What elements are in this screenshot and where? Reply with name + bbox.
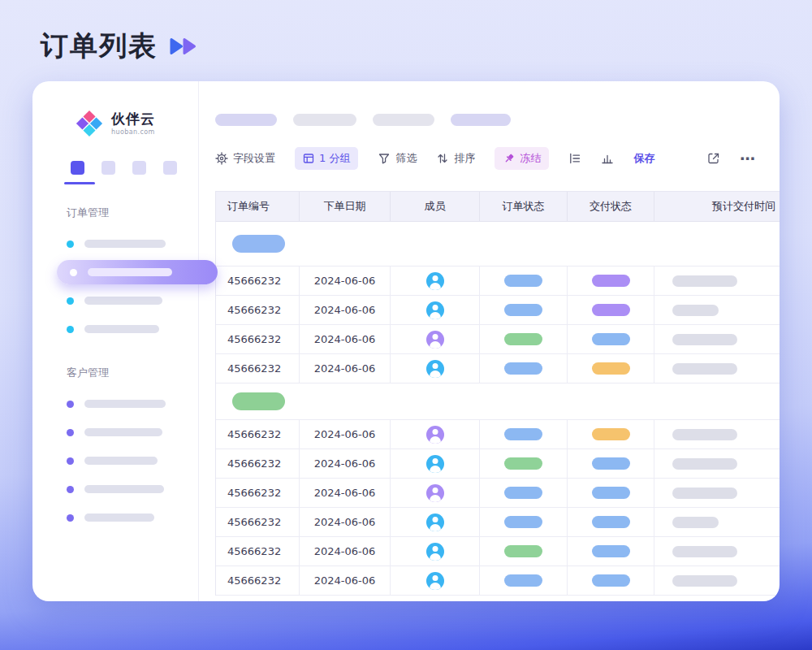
logo-text: 伙伴云 huoban.com: [111, 111, 155, 136]
cell-delivery-status: [568, 296, 654, 324]
cell-order-no: 45666232: [216, 325, 300, 353]
order-table: 订单编号 下单日期 成员 订单状态 交付状态 预计交付时间 45666232 2…: [215, 191, 780, 596]
chart-view-button[interactable]: [601, 152, 614, 165]
freeze-button[interactable]: 冻结: [495, 147, 549, 170]
table-row[interactable]: 45666232 2024-06-06: [216, 479, 780, 508]
cell-member: [391, 508, 480, 536]
column-header-eta[interactable]: 预计交付时间: [654, 192, 780, 221]
cell-member: [391, 479, 480, 507]
sidebar-item[interactable]: [67, 317, 198, 341]
cell-eta: [654, 296, 780, 324]
cell-order-date: 2024-06-06: [300, 479, 391, 507]
sort-button[interactable]: 排序: [436, 151, 475, 166]
table-row[interactable]: 45666232 2024-06-06: [216, 325, 780, 354]
delivery-status-pill: [592, 362, 630, 375]
freeze-label: 冻结: [520, 151, 541, 166]
table-row[interactable]: 45666232 2024-06-06: [216, 508, 780, 537]
table-row[interactable]: 45666232 2024-06-06: [216, 296, 780, 325]
cell-order-date: 2024-06-06: [300, 325, 391, 353]
group-header-row[interactable]: [216, 384, 780, 420]
table-row[interactable]: 45666232 2024-06-06: [216, 566, 780, 596]
filter-button[interactable]: 筛选: [378, 151, 417, 166]
sidebar-tab-2[interactable]: [102, 161, 115, 175]
group-pill[interactable]: [232, 235, 285, 253]
field-settings-button[interactable]: 字段设置: [215, 151, 275, 166]
cell-delivery-status: [568, 566, 654, 595]
column-header-delivery-status[interactable]: 交付状态: [568, 192, 654, 221]
cell-order-date: 2024-06-06: [300, 266, 391, 295]
cell-delivery-status: [568, 508, 654, 536]
cell-delivery-status: [568, 354, 654, 383]
fast-forward-icon: [168, 36, 197, 57]
bullet-dot-icon: [70, 269, 77, 276]
table-row[interactable]: 45666232 2024-06-06: [216, 449, 780, 479]
cell-order-no: 45666232: [216, 354, 300, 383]
member-avatar: [426, 543, 444, 561]
list-icon: [568, 152, 581, 165]
table-row[interactable]: 45666232 2024-06-06: [216, 354, 780, 384]
breadcrumb-placeholder: [451, 114, 511, 126]
delivery-status-pill: [592, 516, 630, 528]
sidebar-item[interactable]: [67, 448, 198, 473]
delivery-status-pill: [592, 487, 630, 499]
eta-placeholder-pill: [672, 275, 737, 287]
cell-order-status: [480, 354, 568, 383]
group-header-row[interactable]: [216, 222, 780, 266]
sidebar-item-placeholder: [84, 514, 154, 522]
cell-eta: [654, 420, 780, 448]
table-row[interactable]: 45666232 2024-06-06: [216, 420, 780, 449]
eta-placeholder-pill: [672, 517, 719, 528]
group-pill[interactable]: [232, 392, 285, 410]
filter-funnel-icon: [378, 152, 391, 165]
sidebar-tab-1[interactable]: [71, 161, 84, 175]
column-header-member[interactable]: 成员: [391, 192, 480, 221]
group-label: 1 分组: [319, 151, 350, 166]
cell-order-status: [480, 566, 568, 595]
table-row[interactable]: 45666232 2024-06-06: [216, 537, 780, 566]
eta-placeholder-pill: [672, 334, 737, 345]
cell-eta: [654, 479, 780, 507]
cell-order-date: 2024-06-06: [300, 420, 391, 448]
sidebar-tab-3[interactable]: [132, 161, 146, 175]
cell-order-date: 2024-06-06: [300, 508, 391, 536]
cell-eta: [654, 508, 780, 536]
bullet-dot-icon: [67, 326, 74, 333]
column-header-order-no[interactable]: 订单编号: [216, 192, 300, 221]
member-avatar: [426, 360, 444, 378]
sidebar-item[interactable]: [67, 477, 198, 501]
cell-eta: [654, 566, 780, 595]
sidebar-item[interactable]: [67, 420, 198, 444]
sidebar-item[interactable]: [67, 392, 198, 416]
cell-order-no: 45666232: [216, 566, 300, 595]
cell-order-no: 45666232: [216, 420, 300, 448]
table-row[interactable]: 45666232 2024-06-06: [216, 266, 780, 296]
save-button[interactable]: 保存: [633, 151, 654, 166]
eta-placeholder-pill: [672, 429, 737, 440]
sidebar-item[interactable]: [67, 505, 198, 530]
eta-placeholder-pill: [672, 458, 737, 470]
delivery-status-pill: [592, 275, 630, 287]
delivery-status-pill: [592, 304, 630, 316]
sidebar-item-placeholder: [84, 428, 162, 436]
column-header-order-status[interactable]: 订单状态: [480, 192, 568, 221]
sidebar-item[interactable]: [67, 288, 198, 313]
logo-icon: [75, 109, 104, 138]
cell-order-status: [480, 420, 568, 448]
cell-order-date: 2024-06-06: [300, 537, 391, 566]
sort-arrows-icon: [436, 152, 449, 165]
sidebar-tab-4[interactable]: [163, 161, 177, 175]
bullet-dot-icon: [67, 486, 74, 493]
sidebar-item-active[interactable]: [57, 260, 218, 284]
sidebar-item[interactable]: [67, 232, 198, 256]
member-avatar: [426, 426, 444, 444]
group-button[interactable]: 1 分组: [295, 147, 358, 170]
row-height-button[interactable]: [568, 152, 581, 165]
more-button[interactable]: ⋯: [740, 151, 755, 167]
order-status-pill: [504, 428, 542, 440]
active-tab-indicator: [64, 182, 95, 184]
cell-order-no: 45666232: [216, 508, 300, 536]
column-header-order-date[interactable]: 下单日期: [300, 192, 391, 221]
share-button[interactable]: [707, 152, 720, 165]
cell-order-status: [480, 508, 568, 536]
bullet-dot-icon: [67, 297, 74, 305]
